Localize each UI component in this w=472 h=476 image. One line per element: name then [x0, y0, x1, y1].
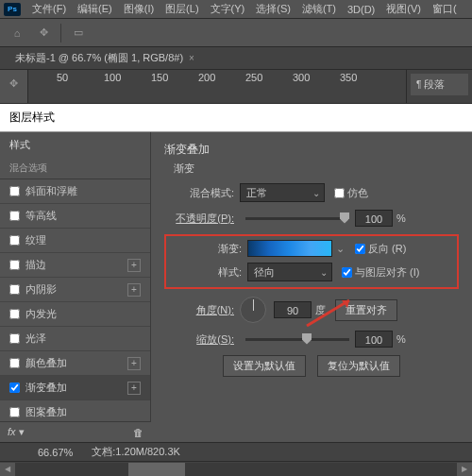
gradient-swatch[interactable] — [247, 240, 332, 257]
menu-3d[interactable]: 3D(D) — [342, 2, 380, 17]
blending-options[interactable]: 混合选项 — [0, 158, 150, 179]
style-checkbox[interactable] — [9, 309, 20, 319]
fx-label[interactable]: fx ▾ — [8, 426, 25, 438]
horizontal-scrollbar[interactable]: ◀ ▶ — [0, 461, 472, 476]
style-row-8[interactable]: 渐变叠加+ — [0, 376, 150, 400]
angle-value[interactable]: 90 — [274, 301, 312, 318]
reset-default-button[interactable]: 复位为默认值 — [317, 355, 400, 377]
section-title: 渐变叠加 — [164, 142, 459, 158]
auto-select-icon[interactable]: ▭ — [69, 24, 88, 42]
dither-checkbox[interactable]: 仿色 — [334, 186, 368, 200]
ruler: 50 100 150 200 250 300 350 — [28, 70, 406, 103]
menu-filter[interactable]: 滤镜(T) — [296, 0, 342, 18]
menubar: Ps 文件(F) 编辑(E) 图像(I) 图层(L) 文字(Y) 选择(S) 滤… — [0, 0, 472, 19]
blend-mode-label: 混合模式: — [164, 186, 240, 200]
document-tabbar: 未标题-1 @ 66.7% (椭圆 1, RGB/8#) × — [0, 47, 472, 70]
style-row-4[interactable]: 内阴影+ — [0, 278, 150, 302]
scroll-thumb[interactable] — [128, 463, 185, 476]
reset-align-button[interactable]: 重置对齐 — [335, 299, 397, 321]
menu-select[interactable]: 选择(S) — [250, 0, 296, 18]
add-icon[interactable]: + — [127, 283, 141, 297]
style-row-0[interactable]: 斜面和浮雕 — [0, 179, 150, 204]
move-tool-icon[interactable]: ✥ — [34, 24, 53, 42]
opacity-value[interactable]: 100 — [355, 210, 393, 227]
move-tool[interactable]: ✥ — [5, 74, 24, 93]
add-icon[interactable]: + — [127, 259, 141, 272]
angle-unit: 度 — [315, 303, 326, 317]
photoshop-icon: Ps — [4, 3, 21, 16]
styles-heading[interactable]: 样式 — [0, 132, 150, 158]
menu-image[interactable]: 图像(I) — [118, 0, 160, 18]
angle-dial[interactable] — [240, 297, 266, 323]
style-checkbox[interactable] — [9, 235, 20, 246]
right-panels: ¶ 段落 — [406, 70, 472, 103]
tools-panel: ✥ — [0, 70, 28, 103]
opacity-label: 不透明度(P): — [164, 212, 240, 226]
dialog-title: 图层样式 — [0, 104, 472, 132]
home-icon[interactable]: ⌂ — [8, 24, 26, 42]
scale-label: 缩放(S): — [164, 332, 240, 347]
style-checkbox[interactable] — [9, 284, 20, 295]
style-row-6[interactable]: 光泽 — [0, 327, 150, 351]
style-list: 样式 混合选项 斜面和浮雕等高线纹理描边+内阴影+内发光光泽颜色叠加+渐变叠加+… — [0, 132, 151, 434]
menu-edit[interactable]: 编辑(E) — [72, 0, 118, 18]
scale-slider[interactable] — [245, 338, 349, 341]
document-title: 未标题-1 @ 66.7% (椭圆 1, RGB/8#) — [15, 51, 183, 65]
doc-size: 文档:1.20M/820.3K — [92, 445, 180, 459]
style-row-3[interactable]: 描边+ — [0, 253, 150, 278]
divider — [60, 24, 61, 42]
menu-window[interactable]: 窗口( — [427, 0, 463, 18]
scale-unit: % — [396, 333, 406, 345]
layer-style-dialog: 样式 混合选项 斜面和浮雕等高线纹理描边+内阴影+内发光光泽颜色叠加+渐变叠加+… — [0, 132, 472, 434]
style-dropdown[interactable]: 径向 — [247, 263, 332, 281]
scroll-left-button[interactable]: ◀ — [0, 463, 15, 476]
menu-file[interactable]: 文件(F) — [26, 0, 72, 18]
style-checkbox[interactable] — [9, 358, 20, 368]
reverse-checkbox[interactable]: 反向 (R) — [355, 242, 406, 256]
opacity-slider[interactable] — [245, 217, 349, 220]
style-row-5[interactable]: 内发光 — [0, 302, 150, 327]
style-checkbox[interactable] — [9, 260, 20, 270]
scale-value[interactable]: 100 — [355, 331, 393, 348]
align-checkbox[interactable]: 与图层对齐 (I) — [342, 265, 419, 280]
style-row-7[interactable]: 颜色叠加+ — [0, 351, 150, 376]
menu-view[interactable]: 视图(V) — [380, 0, 427, 18]
workspace: ✥ 50 100 150 200 250 300 350 ¶ 段落 — [0, 70, 472, 104]
gradient-label: 渐变: — [172, 242, 247, 256]
opacity-unit: % — [396, 212, 406, 224]
style-checkbox[interactable] — [9, 382, 20, 393]
trash-icon[interactable]: 🗑 — [133, 427, 143, 438]
style-label: 样式: — [172, 265, 247, 280]
scroll-track[interactable] — [15, 463, 457, 476]
style-checkbox[interactable] — [9, 407, 20, 417]
set-default-button[interactable]: 设置为默认值 — [223, 355, 306, 377]
fx-bar: fx ▾ 🗑 — [0, 421, 151, 442]
style-checkbox[interactable] — [9, 333, 20, 344]
document-tab[interactable]: 未标题-1 @ 66.7% (椭圆 1, RGB/8#) × — [8, 48, 202, 68]
menu-layer[interactable]: 图层(L) — [160, 0, 204, 18]
close-tab-icon[interactable]: × — [189, 53, 194, 63]
scroll-right-button[interactable]: ▶ — [457, 463, 472, 476]
highlight-annotation: 渐变: 反向 (R) 样式: 径向 与图层对齐 (I) — [164, 234, 459, 289]
settings-panel: 渐变叠加 渐变 混合模式: 正常 仿色 不透明度(P): 100 % 渐变: 反… — [151, 132, 472, 434]
style-checkbox[interactable] — [9, 186, 20, 196]
statusbar: 66.67% 文档:1.20M/820.3K — [0, 442, 472, 461]
menu-type[interactable]: 文字(Y) — [205, 0, 251, 18]
add-icon[interactable]: + — [127, 357, 141, 370]
zoom-level[interactable]: 66.67% — [38, 447, 73, 458]
style-row-2[interactable]: 纹理 — [0, 229, 150, 253]
style-checkbox[interactable] — [9, 211, 20, 221]
blend-mode-dropdown[interactable]: 正常 — [240, 183, 325, 202]
paragraph-panel-tab[interactable]: ¶ 段落 — [411, 74, 468, 95]
options-bar: ⌂ ✥ ▭ — [0, 19, 472, 47]
angle-label: 角度(N): — [164, 303, 240, 317]
add-icon[interactable]: + — [127, 382, 141, 395]
section-subtitle: 渐变 — [174, 162, 459, 176]
style-row-1[interactable]: 等高线 — [0, 204, 150, 229]
